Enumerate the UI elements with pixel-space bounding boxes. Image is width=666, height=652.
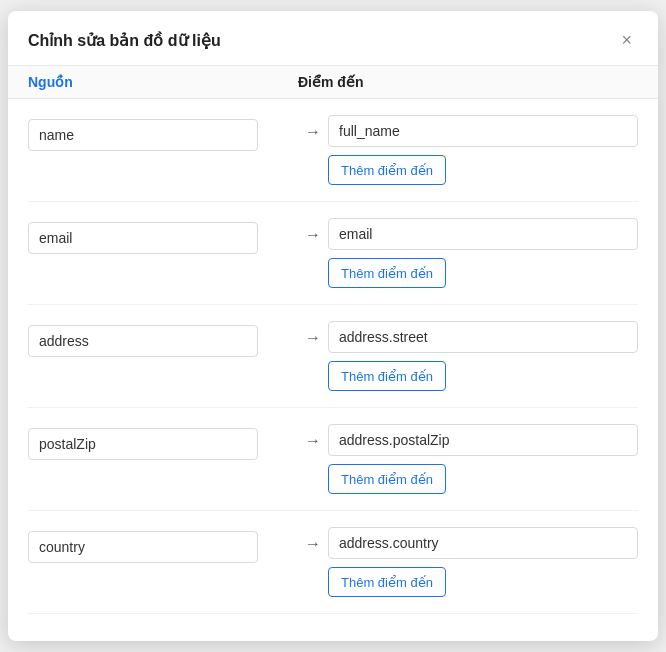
- dialog-header: Chỉnh sửa bản đồ dữ liệu ×: [8, 11, 658, 65]
- arrow-cell: →: [298, 321, 328, 347]
- arrow-cell: →: [298, 424, 328, 450]
- mapping-row: → Thêm điểm đến: [28, 202, 638, 305]
- source-cell: [28, 424, 298, 460]
- add-dest-button[interactable]: Thêm điểm đến: [328, 258, 446, 288]
- mapping-row: → Thêm điểm đến: [28, 408, 638, 511]
- dest-cell: Thêm điểm đến: [328, 424, 638, 494]
- add-dest-button[interactable]: Thêm điểm đến: [328, 567, 446, 597]
- source-input[interactable]: [28, 325, 258, 357]
- source-input[interactable]: [28, 531, 258, 563]
- arrow-icon: →: [305, 432, 321, 450]
- mapping-row: → Thêm điểm đến: [28, 305, 638, 408]
- close-button[interactable]: ×: [615, 29, 638, 51]
- mapping-row: → Thêm điểm đến: [28, 511, 638, 614]
- source-cell: [28, 218, 298, 254]
- mapping-rows: → Thêm điểm đến → Thêm điểm đến → Thêm đ…: [8, 99, 658, 614]
- arrow-icon: →: [305, 329, 321, 347]
- dest-cell: Thêm điểm đến: [328, 527, 638, 597]
- source-input[interactable]: [28, 428, 258, 460]
- dialog-title: Chỉnh sửa bản đồ dữ liệu: [28, 31, 221, 50]
- source-cell: [28, 321, 298, 357]
- arrow-cell: →: [298, 527, 328, 553]
- dest-input[interactable]: [328, 218, 638, 250]
- add-dest-button[interactable]: Thêm điểm đến: [328, 464, 446, 494]
- dest-input[interactable]: [328, 527, 638, 559]
- arrow-icon: →: [305, 123, 321, 141]
- table-header: Nguồn Điểm đến: [8, 65, 658, 99]
- add-dest-button[interactable]: Thêm điểm đến: [328, 361, 446, 391]
- arrow-icon: →: [305, 535, 321, 553]
- source-cell: [28, 527, 298, 563]
- add-dest-button[interactable]: Thêm điểm đến: [328, 155, 446, 185]
- arrow-icon: →: [305, 226, 321, 244]
- dest-cell: Thêm điểm đến: [328, 321, 638, 391]
- col-dest-header: Điểm đến: [298, 74, 638, 90]
- source-input[interactable]: [28, 119, 258, 151]
- dest-input[interactable]: [328, 115, 638, 147]
- edit-data-map-dialog: Chỉnh sửa bản đồ dữ liệu × Nguồn Điểm đế…: [8, 11, 658, 641]
- source-cell: [28, 115, 298, 151]
- source-input[interactable]: [28, 222, 258, 254]
- dest-cell: Thêm điểm đến: [328, 218, 638, 288]
- mapping-row: → Thêm điểm đến: [28, 99, 638, 202]
- dest-input[interactable]: [328, 321, 638, 353]
- col-source-header: Nguồn: [28, 74, 298, 90]
- arrow-cell: →: [298, 218, 328, 244]
- arrow-cell: →: [298, 115, 328, 141]
- dest-input[interactable]: [328, 424, 638, 456]
- dest-cell: Thêm điểm đến: [328, 115, 638, 185]
